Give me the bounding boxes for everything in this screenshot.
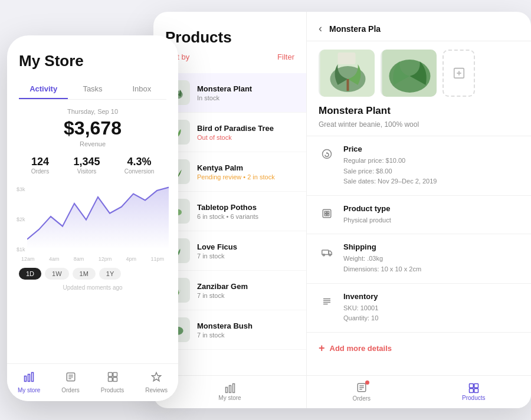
- phone-nav-reviews[interactable]: Reviews: [145, 372, 168, 393]
- tablet-nav-mystore[interactable]: My store: [218, 383, 241, 401]
- svg-rect-25: [232, 384, 234, 393]
- svg-rect-2: [32, 373, 34, 382]
- price-content: Price Regular price: $10.00 Sale price: …: [343, 145, 519, 187]
- orders-tab-icon-wrapper: [356, 382, 367, 394]
- product-name-zanzibar-gem: Zanzibar Gem: [197, 282, 294, 291]
- product-info-kentya-palm: Kentya Palm Pending review • 2 in stock: [197, 163, 294, 181]
- back-button[interactable]: ‹: [319, 22, 322, 35]
- price-regular: Regular price: $10.00: [343, 156, 519, 166]
- svg-rect-29: [338, 52, 356, 64]
- chart-svg: [27, 184, 169, 249]
- product-image-main: [319, 50, 375, 97]
- stat-orders-value: 124: [31, 156, 50, 168]
- product-type-title: Product type: [343, 204, 519, 213]
- phone-tabs: Activity Tasks Inbox: [19, 80, 166, 100]
- svg-rect-7: [108, 373, 112, 377]
- store-icon: [225, 383, 235, 393]
- svg-rect-24: [229, 386, 231, 393]
- svg-rect-8: [113, 373, 117, 377]
- stat-visitors-value: 1,345: [73, 156, 100, 168]
- inventory-title: Inventory: [343, 292, 519, 301]
- filter-button[interactable]: Filter: [277, 52, 294, 61]
- detail-image-2[interactable]: [381, 50, 437, 97]
- product-info-bird-of-paradise: Bird of Paradise Tree Out of stock: [197, 124, 294, 141]
- filter-1m-button[interactable]: 1M: [73, 268, 96, 280]
- stat-orders-label: Orders: [31, 168, 50, 175]
- price-sale: Sale price: $8.00: [343, 166, 519, 177]
- add-more-label: Add more details: [330, 344, 392, 353]
- chart-y-labels: $3k $2k $1k: [17, 184, 25, 255]
- filter-1w-button[interactable]: 1W: [45, 268, 69, 280]
- detail-section-shipping: Shipping Weight: .03kg Dimensions: 10 x …: [307, 234, 531, 283]
- tab-inbox[interactable]: Inbox: [117, 80, 166, 99]
- phone-stats: 124 Orders 1,345 Visitors 4.3% Conversio…: [19, 156, 166, 175]
- phone-bottom-nav: My store Orders Products Reviews: [7, 363, 178, 401]
- tab-products[interactable]: Products: [462, 383, 485, 401]
- product-info-monstera-plant: Monstera Plant In stock: [197, 84, 294, 101]
- product-status-kentya-palm: Pending review • 2 in stock: [197, 173, 294, 181]
- phone-nav-products-label: Products: [101, 387, 124, 393]
- tab-products-label: Products: [462, 395, 485, 401]
- svg-rect-39: [327, 211, 329, 213]
- product-image-secondary: [381, 50, 437, 97]
- phone-nav-mystore[interactable]: My store: [18, 372, 40, 393]
- tab-activity[interactable]: Activity: [19, 80, 68, 99]
- filter-1y-button[interactable]: 1Y: [99, 268, 121, 280]
- svg-rect-23: [225, 388, 227, 393]
- price-icon: [319, 146, 335, 162]
- tab-orders[interactable]: Orders: [352, 382, 371, 402]
- orders-icon: [65, 372, 76, 385]
- filter-1d-button[interactable]: 1D: [19, 268, 41, 280]
- product-info-monstera-bush: Monstera Bush 7 in stock: [197, 321, 294, 339]
- detail-product-desc: Great winter beanie, 100% wool: [307, 120, 531, 136]
- add-image-button[interactable]: [442, 50, 475, 97]
- phone-store-title: My Store: [19, 52, 166, 70]
- price-sale-dates: Sale dates: Nov 29–Dec 2, 2019: [343, 176, 519, 187]
- stat-orders: 124 Orders: [31, 156, 50, 175]
- product-info-love-ficus: Love Ficus 7 in stock: [197, 242, 294, 260]
- detail-images: [307, 41, 531, 105]
- svg-rect-10: [113, 378, 117, 382]
- inventory-icon: [319, 293, 335, 310]
- detail-header: ‹ Monstera Pla: [307, 12, 531, 41]
- phone-revenue-label: Revenue: [19, 140, 166, 147]
- detail-tab-nav: Orders Products: [307, 375, 531, 408]
- svg-rect-56: [474, 389, 478, 393]
- inventory-sku: SKU: 10001: [343, 303, 519, 314]
- time-filter-group: 1D 1W 1M 1Y: [19, 268, 166, 280]
- inventory-content: Inventory SKU: 10001 Quantity: 10: [343, 292, 519, 324]
- svg-marker-11: [152, 373, 161, 381]
- tab-orders-label: Orders: [352, 395, 371, 402]
- phone-nav-orders[interactable]: Orders: [61, 372, 80, 393]
- product-type-value: Physical product: [343, 215, 519, 226]
- detail-section-product-type: Product type Physical product: [307, 196, 531, 235]
- stat-conversion-label: Conversion: [124, 168, 155, 175]
- tablet-device: Products Sort by Filter Monstera Plant I…: [153, 12, 531, 408]
- shipping-icon: [319, 244, 335, 260]
- add-more-details-button[interactable]: + Add more details: [307, 333, 531, 364]
- stat-conversion: 4.3% Conversion: [124, 156, 155, 175]
- phone-nav-products[interactable]: Products: [101, 372, 124, 393]
- add-more-plus-icon: +: [319, 342, 325, 355]
- products-icon: [107, 372, 118, 385]
- product-name-monstera-plant: Monstera Plant: [197, 84, 294, 93]
- shipping-content: Shipping Weight: .03kg Dimensions: 10 x …: [343, 242, 519, 274]
- chart-x-labels: 12am 4am 8am 12pm 4pm 11pm: [19, 256, 166, 262]
- phone-nav-reviews-label: Reviews: [145, 387, 168, 393]
- detail-header-title: Monstera Pla: [329, 24, 381, 34]
- chart-y-2k: $2k: [17, 216, 25, 222]
- product-status-tabletop-pothos: 6 in stock • 6 variants: [197, 213, 294, 220]
- svg-rect-42: [322, 250, 329, 255]
- revenue-chart: $3k $2k $1k: [17, 184, 169, 255]
- svg-rect-28: [347, 79, 349, 91]
- detail-section-price: Price Regular price: $10.00 Sale price: …: [307, 136, 531, 196]
- detail-image-1[interactable]: [319, 50, 375, 97]
- chart-y-1k: $1k: [17, 247, 25, 252]
- tab-tasks[interactable]: Tasks: [68, 80, 117, 99]
- detail-product-name: Monstera Plant: [307, 105, 531, 120]
- phone-date: Thursday, Sep 10: [19, 108, 166, 115]
- svg-rect-53: [469, 384, 473, 388]
- stat-visitors: 1,345 Visitors: [73, 156, 100, 175]
- product-type-icon: [319, 205, 335, 222]
- product-name-kentya-palm: Kentya Palm: [197, 163, 294, 172]
